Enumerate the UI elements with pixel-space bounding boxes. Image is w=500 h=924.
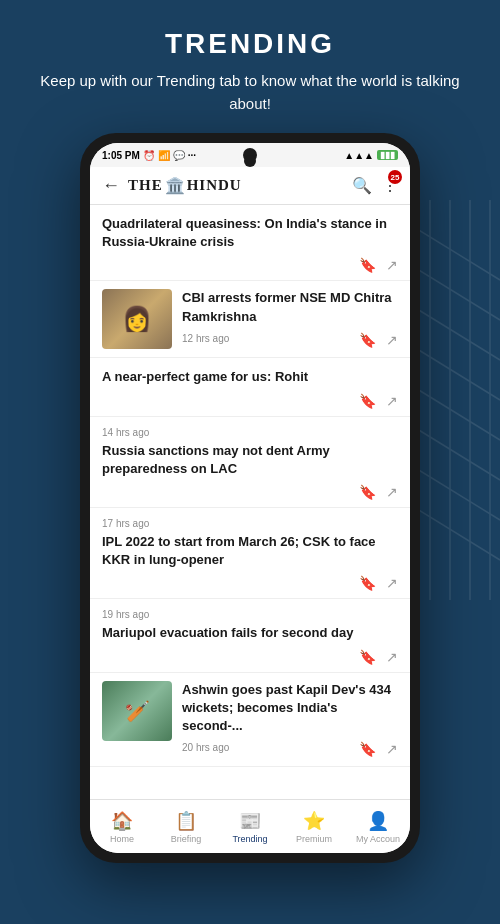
news-thumbnail-2: 👩: [102, 289, 172, 349]
app-header: ← THE 🏛️ HINDU 🔍 ⋮ 25: [90, 167, 410, 205]
news-title-5: IPL 2022 to start from March 26; CSK to …: [102, 533, 398, 569]
nav-myaccount-label: My Accoun: [356, 834, 400, 844]
share-icon-7[interactable]: ↗: [386, 741, 398, 758]
news-item-4[interactable]: 14 hrs ago Russia sanctions may not dent…: [90, 417, 410, 508]
news-item-1[interactable]: Quadrilateral queasiness: On India's sta…: [90, 205, 410, 281]
app-header-left: ← THE 🏛️ HINDU: [102, 175, 242, 196]
nav-premium-label: Premium: [296, 834, 332, 844]
bottom-nav: 🏠 Home 📋 Briefing 📰 Trending ⭐ Premium 👤…: [90, 799, 410, 853]
news-item-3[interactable]: A near-perfect game for us: Rohit 🔖 ↗: [90, 358, 410, 416]
notification-badge: 25: [388, 170, 402, 184]
nav-trending[interactable]: 📰 Trending: [218, 810, 282, 844]
news-actions-3: 🔖 ↗: [102, 393, 398, 410]
logo-the: THE: [128, 177, 163, 194]
nav-trending-label: Trending: [232, 834, 267, 844]
news-actions-4: 🔖 ↗: [102, 484, 398, 501]
news-title-6: Mariupol evacuation fails for second day: [102, 624, 398, 642]
page-subtitle: Keep up with our Trending tab to know wh…: [30, 70, 470, 115]
news-actions-1: 🔖 ↗: [102, 257, 398, 274]
premium-icon: ⭐: [303, 810, 325, 832]
news-time-6: 19 hrs ago: [102, 609, 398, 620]
bookmark-icon-4[interactable]: 🔖: [359, 484, 376, 501]
news-title-3: A near-perfect game for us: Rohit: [102, 368, 398, 386]
news-item-body-7: Ashwin goes past Kapil Dev's 434 wickets…: [182, 681, 398, 759]
news-item-6[interactable]: 19 hrs ago Mariupol evacuation fails for…: [90, 599, 410, 672]
news-item-2[interactable]: 👩 CBI arrests former NSE MD Chitra Ramkr…: [90, 281, 410, 358]
share-icon-6[interactable]: ↗: [386, 649, 398, 666]
share-icon-4[interactable]: ↗: [386, 484, 398, 501]
news-content[interactable]: Quadrilateral queasiness: On India's sta…: [90, 205, 410, 799]
trending-icon: 📰: [239, 810, 261, 832]
bookmark-icon-5[interactable]: 🔖: [359, 575, 376, 592]
back-button[interactable]: ←: [102, 175, 120, 196]
news-title-1: Quadrilateral queasiness: On India's sta…: [102, 215, 398, 251]
page-title: TRENDING: [30, 28, 470, 60]
news-time-5: 17 hrs ago: [102, 518, 398, 529]
news-thumbnail-7: 🏏: [102, 681, 172, 741]
news-time-4: 14 hrs ago: [102, 427, 398, 438]
news-item-body-2: CBI arrests former NSE MD Chitra Ramkris…: [182, 289, 398, 349]
app-logo: THE 🏛️ HINDU: [128, 176, 242, 195]
account-icon: 👤: [367, 810, 389, 832]
news-title-2: CBI arrests former NSE MD Chitra Ramkris…: [182, 289, 398, 325]
bookmark-icon-7[interactable]: 🔖: [359, 741, 376, 758]
news-actions-5: 🔖 ↗: [102, 575, 398, 592]
home-icon: 🏠: [111, 810, 133, 832]
news-title-4: Russia sanctions may not dent Army prepa…: [102, 442, 398, 478]
share-icon-1[interactable]: ↗: [386, 257, 398, 274]
nav-premium[interactable]: ⭐ Premium: [282, 810, 346, 844]
search-button[interactable]: 🔍: [352, 176, 372, 195]
bookmark-icon-3[interactable]: 🔖: [359, 393, 376, 410]
nav-briefing[interactable]: 📋 Briefing: [154, 810, 218, 844]
nav-myaccount[interactable]: 👤 My Accoun: [346, 810, 410, 844]
camera-notch: [244, 155, 256, 167]
news-time-2: 12 hrs ago: [182, 333, 229, 344]
status-icons: ▲▲▲ ▮▮▮: [344, 150, 398, 161]
news-item-7[interactable]: 🏏 Ashwin goes past Kapil Dev's 434 wicke…: [90, 673, 410, 768]
phone-frame: 1:05 PM ⏰ 📶 💬 ··· ▲▲▲ ▮▮▮ ← THE 🏛️ HINDU: [80, 133, 420, 863]
briefing-icon: 📋: [175, 810, 197, 832]
bookmark-icon-1[interactable]: 🔖: [359, 257, 376, 274]
news-title-7: Ashwin goes past Kapil Dev's 434 wickets…: [182, 681, 398, 736]
share-icon-5[interactable]: ↗: [386, 575, 398, 592]
share-icon-2[interactable]: ↗: [386, 332, 398, 349]
share-icon-3[interactable]: ↗: [386, 393, 398, 410]
bookmark-icon-6[interactable]: 🔖: [359, 649, 376, 666]
page-header: TRENDING Keep up with our Trending tab t…: [0, 0, 500, 133]
news-time-7: 20 hrs ago: [182, 742, 229, 753]
nav-home[interactable]: 🏠 Home: [90, 810, 154, 844]
news-actions-6: 🔖 ↗: [102, 649, 398, 666]
logo-hindu: HINDU: [187, 177, 242, 194]
status-time: 1:05 PM ⏰ 📶 💬 ···: [102, 150, 196, 161]
news-actions-7: 🔖 ↗: [359, 741, 398, 758]
news-item-5[interactable]: 17 hrs ago IPL 2022 to start from March …: [90, 508, 410, 599]
phone-screen: 1:05 PM ⏰ 📶 💬 ··· ▲▲▲ ▮▮▮ ← THE 🏛️ HINDU: [90, 143, 410, 853]
bookmark-icon-2[interactable]: 🔖: [359, 332, 376, 349]
nav-briefing-label: Briefing: [171, 834, 202, 844]
news-actions-2: 🔖 ↗: [359, 332, 398, 349]
app-header-right: 🔍 ⋮ 25: [352, 176, 398, 195]
nav-home-label: Home: [110, 834, 134, 844]
